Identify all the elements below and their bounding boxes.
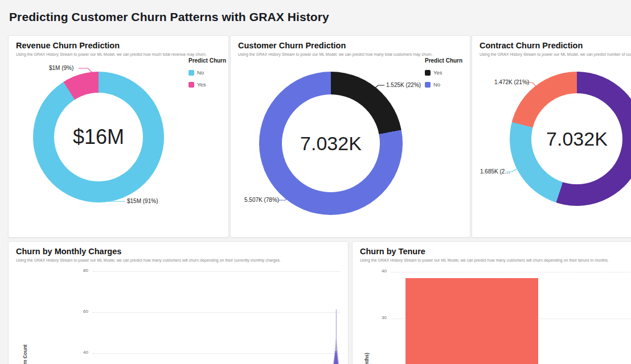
legend-swatch-no (189, 70, 194, 76)
card-revenue-churn-prediction: Revenue Churn Prediction Using the GRAX … (8, 35, 229, 238)
callout-no: 5.507K (78%) (244, 197, 279, 203)
donut-hole: 7.032K (531, 93, 622, 184)
page-title: Predicting Customer Churn Patterns with … (9, 10, 329, 24)
card-contract-churn-prediction: Contract Churn Prediction Using the GRAX… (472, 35, 631, 238)
legend-item-yes[interactable]: Yes (189, 81, 226, 88)
gridline-40 (391, 272, 631, 272)
card-subtitle: Using the GRAX History Stream to power o… (480, 52, 631, 56)
tenure-bar[interactable] (405, 278, 538, 364)
legend-label-no: No (433, 81, 440, 88)
callout-no: $15M (91%) (127, 198, 158, 204)
legend: Predict Churn No Yes (189, 57, 226, 88)
card-churn-by-tenure: Churn by Tenure Using the GRAX History S… (352, 241, 631, 364)
churn-count-spike[interactable] (9, 242, 348, 364)
card-title: Contract Churn Prediction (480, 41, 583, 50)
legend-swatch-no (425, 82, 431, 88)
legend-label-no: No (197, 69, 204, 76)
legend-swatch-yes (425, 70, 431, 76)
card-title: Customer Churn Prediction (238, 41, 346, 50)
legend-swatch-yes (189, 82, 194, 88)
y-tick-30: 30 (374, 315, 387, 320)
donut-center-value: 7.032K (300, 133, 362, 155)
callout-contract-month: 1.472K (21%) (494, 79, 529, 85)
donut-hole: $16M (54, 93, 143, 181)
card-subtitle: Using the GRAX History Stream to power o… (16, 52, 207, 56)
card-title: Revenue Churn Prediction (16, 41, 120, 50)
card-customer-churn-prediction: Customer Churn Prediction Using the GRAX… (230, 35, 470, 238)
legend-item-no[interactable]: No (425, 81, 462, 88)
callout-contract-year: 1.685K (2… (480, 168, 510, 175)
legend-label-yes: Yes (433, 69, 442, 76)
donut-hole: 7.032K (282, 94, 380, 192)
callout-yes: $1M (9%) (49, 65, 73, 71)
legend: Predict Churn Yes No (425, 57, 462, 88)
y-tick-40: 40 (374, 268, 387, 274)
donut-customer-churn[interactable]: 7.032K (259, 72, 403, 215)
donut-center-value: 7.032K (546, 128, 608, 150)
legend-label-yes: Yes (197, 81, 206, 88)
legend-item-no[interactable]: No (189, 69, 226, 76)
legend-item-yes[interactable]: Yes (425, 69, 462, 76)
donut-revenue-churn[interactable]: $16M (33, 72, 164, 202)
card-subtitle: Using the GRAX History Stream to power o… (238, 52, 433, 56)
card-title: Churn by Tenure (360, 247, 425, 256)
card-subtitle: Using the GRAX History Stream to power o… (360, 258, 609, 262)
card-churn-by-monthly-charges: Churn by Monthly Charges Using the GRAX … (8, 241, 349, 364)
donut-center-value: $16M (73, 125, 124, 149)
legend-title: Predict Churn (425, 57, 462, 64)
legend-title: Predict Churn (189, 57, 226, 64)
y-axis-title: nths) (364, 353, 370, 364)
callout-yes: 1.525K (22%) (386, 82, 421, 88)
donut-contract-churn[interactable]: 7.032K (510, 72, 631, 206)
